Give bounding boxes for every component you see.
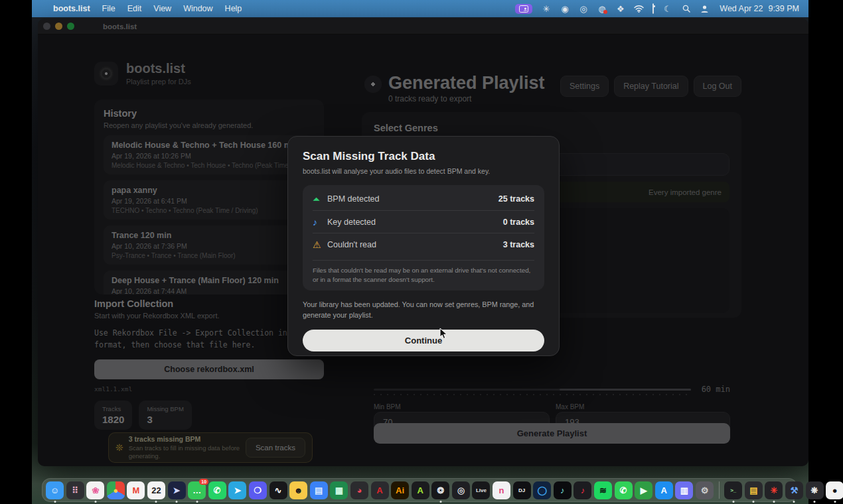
shield-status-icon[interactable]: ◎ (578, 4, 588, 14)
scan-results-modal: Scan Missing Track Data boots.list will … (287, 136, 560, 356)
modal-footer-text: Your library has been updated. You can n… (303, 300, 538, 320)
menu-date: Wed Apr 22 (720, 4, 763, 13)
camera-status-icon[interactable]: ◉ (560, 4, 570, 14)
key-detected-label: Key detected (327, 218, 376, 227)
menu-clock[interactable]: Wed Apr 22 9:39 PM (720, 4, 799, 13)
dock-find-my-icon[interactable]: ➤ (168, 481, 186, 499)
dock-tiktok-icon[interactable]: ♪ (554, 481, 572, 499)
music-note-icon: ♪ (313, 217, 327, 227)
dock-shazam-icon[interactable]: ❍ (249, 481, 267, 499)
dock-messages-icon[interactable]: …10 (188, 481, 206, 499)
menu-app-name[interactable]: boots.list (53, 4, 90, 13)
dock-database-app-icon[interactable]: ▤ (745, 481, 763, 499)
dock-purple-app-icon[interactable]: ▥ (675, 481, 693, 499)
spotlight-search-icon[interactable] (681, 4, 691, 14)
menu-window[interactable]: Window (183, 4, 212, 13)
dock-spotify-icon[interactable]: ≋ (594, 481, 612, 499)
key-detected-row: ♪ Key detected 0 tracks (313, 210, 534, 233)
couldnt-read-label: Couldn't read (327, 240, 376, 249)
dock-grindr-icon[interactable]: ☻ (289, 481, 307, 499)
app-window: boots.list boots.list Playlist prep for … (38, 19, 808, 466)
menu-bar: boots.list File Edit View Window Help ✳ … (32, 0, 808, 17)
dock-terminal-icon[interactable]: >_ (724, 481, 742, 499)
modal-note: Files that couldn't be read may be on an… (313, 260, 534, 284)
continue-button[interactable]: Continue (303, 330, 544, 351)
key-detected-value: 0 tracks (503, 218, 534, 227)
menu-file[interactable]: File (102, 4, 115, 13)
browser-status-icon[interactable]: ◍ (597, 4, 607, 14)
dock-blue-tiles-app-icon[interactable]: ▤ (310, 481, 328, 499)
dock-build-tool-icon[interactable]: ⚒ (785, 481, 803, 499)
bpm-detected-value: 25 tracks (498, 194, 534, 204)
modal-title: Scan Missing Track Data (303, 150, 544, 163)
dock-photos-icon[interactable]: ❀ (86, 481, 104, 499)
dock-rekordbox-dj-icon[interactable]: DJ (513, 481, 531, 499)
dock-rekordbox-icon[interactable]: n (493, 481, 510, 499)
dock-calendar-icon[interactable]: 22 (147, 481, 165, 499)
dock-capture-app-icon[interactable]: ◎ (452, 481, 470, 499)
dock-affinity-icon[interactable]: A (412, 481, 429, 499)
dock-laser-app-icon[interactable]: ✳ (765, 481, 783, 499)
dock-system-settings-icon[interactable]: ⚙ (696, 481, 714, 499)
warning-triangle-icon: ⚠ (313, 239, 327, 250)
mouse-cursor (439, 328, 449, 340)
screen-mirroring-icon[interactable] (515, 4, 532, 14)
dock-green-tiles-app-icon[interactable]: ▦ (330, 481, 348, 499)
menu-time: 9:39 PM (768, 4, 799, 13)
dock-finder-icon[interactable]: ☺ (46, 481, 64, 499)
dock-apple-music-icon[interactable]: ♪ (574, 481, 591, 499)
dock-whatsapp-icon[interactable]: ✆ (208, 481, 226, 499)
focus-moon-icon[interactable]: ☾ (662, 4, 672, 14)
dock-ring-app-icon[interactable]: ◯ (533, 481, 551, 499)
dock-adobe-creative-cloud-icon[interactable]: ◕ (350, 481, 368, 499)
dock-obs-icon[interactable]: ❂ (431, 481, 449, 499)
dock-ableton-live-icon[interactable]: Live (472, 481, 490, 499)
dock-gmail-icon[interactable]: M (127, 481, 145, 499)
couldnt-read-value: 3 tracks (503, 240, 534, 249)
couldnt-read-row: ⚠ Couldn't read 3 tracks (313, 233, 534, 255)
dock: ☺⠿❀●M22➤…10✆➤❍∿☻▤▦◕AAiA❂◎LivenDJ◯♪♪≋✆▶A▥… (42, 478, 797, 502)
scan-results-card: ⏶ BPM detected 25 tracks ♪ Key detected … (303, 185, 544, 290)
dock-app-store-icon[interactable]: A (655, 481, 673, 499)
dock-divider (719, 481, 720, 499)
user-switcher-icon[interactable] (700, 4, 710, 14)
menu-view[interactable]: View (153, 4, 171, 13)
dock-telegram-icon[interactable]: ➤ (228, 481, 246, 499)
menu-edit[interactable]: Edit (127, 4, 142, 13)
dock-video-app-icon[interactable]: ▶ (635, 481, 652, 499)
modal-subtitle: boots.list will analyse your audio files… (303, 167, 544, 175)
metronome-icon: ⏶ (313, 194, 327, 205)
dock-chrome-icon[interactable]: ● (107, 481, 125, 499)
dropbox-status-icon[interactable]: ❖ (615, 4, 625, 14)
menu-help[interactable]: Help (225, 4, 242, 13)
battery-icon[interactable] (652, 4, 654, 13)
burst-status-icon[interactable]: ✳ (541, 4, 551, 14)
bpm-detected-row: ⏶ BPM detected 25 tracks (313, 188, 534, 210)
dock-launchpad-icon[interactable]: ⠿ (66, 481, 84, 499)
dock-acrobat-icon[interactable]: A (371, 481, 389, 499)
dock-gear-app-icon[interactable]: ❋ (806, 481, 824, 499)
dock-illustrator-icon[interactable]: Ai (391, 481, 409, 499)
dock-phone-icon[interactable]: ✆ (615, 481, 633, 499)
dock-bootslist-app-icon[interactable]: ● (826, 481, 843, 499)
bpm-detected-label: BPM detected (327, 194, 380, 204)
desktop: boots.list File Edit View Window Help ✳ … (32, 0, 808, 504)
dock-vsco-icon[interactable]: ∿ (269, 481, 287, 499)
wifi-icon[interactable] (634, 4, 644, 14)
